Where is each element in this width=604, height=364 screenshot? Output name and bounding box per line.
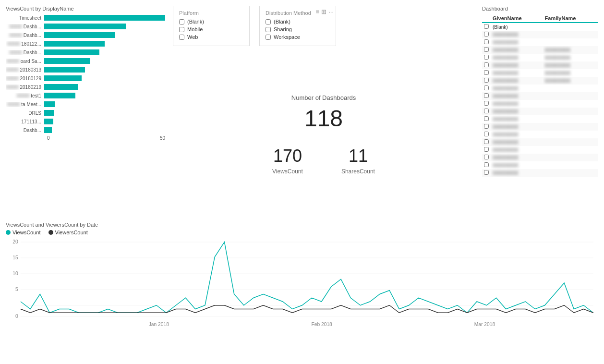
bar-outer bbox=[44, 75, 165, 81]
bar-row[interactable]: XXXX 20180219 bbox=[6, 84, 165, 90]
table-row[interactable]: XXXXXXXXXXXXXXXX bbox=[482, 77, 598, 85]
bar-row[interactable]: XXXX Dashb... bbox=[6, 49, 165, 56]
table-row-checkbox[interactable] bbox=[484, 155, 489, 159]
table-row[interactable]: (Blank) bbox=[482, 23, 598, 31]
table-row-checkbox[interactable] bbox=[484, 109, 489, 113]
table-cell-family bbox=[543, 169, 598, 177]
bar-row[interactable]: 171113... bbox=[6, 118, 165, 125]
table-cell-given: XXXXXXXX bbox=[491, 54, 543, 61]
table-row-checkbox[interactable] bbox=[484, 139, 489, 144]
table-cell-family: XXXXXXXX bbox=[543, 69, 598, 77]
bar-outer bbox=[44, 67, 165, 73]
table-row-checkbox[interactable] bbox=[484, 116, 489, 121]
platform-option-mobile[interactable]: Mobile bbox=[179, 26, 243, 32]
bar-row[interactable]: XXXX 20180313 bbox=[6, 66, 165, 73]
table-cell-given: XXXXXXXX bbox=[491, 161, 543, 169]
table-row-checkbox[interactable] bbox=[484, 47, 489, 52]
table-row[interactable]: XXXXXXXX bbox=[482, 100, 598, 108]
table-row-checkbox[interactable] bbox=[484, 147, 489, 152]
table-cell-given: XXXXXXXX bbox=[491, 100, 543, 108]
bar-fill bbox=[44, 24, 126, 29]
legend-viewers-count: ViewersCount bbox=[48, 230, 88, 235]
table-row[interactable]: XXXXXXXX bbox=[482, 92, 598, 100]
platform-checkbox-mobile[interactable] bbox=[179, 27, 184, 32]
bar-outer bbox=[44, 93, 165, 98]
table-row[interactable]: XXXXXXXXXXXXXXXX bbox=[482, 69, 598, 77]
table-row[interactable]: XXXXXXXX bbox=[482, 131, 598, 138]
table-row-checkbox[interactable] bbox=[484, 70, 489, 75]
table-row-checkbox[interactable] bbox=[484, 85, 489, 90]
bar-row[interactable]: XXXX Dashb... bbox=[6, 32, 165, 38]
table-cell-family bbox=[543, 161, 598, 169]
platform-checkbox-web[interactable] bbox=[179, 35, 184, 40]
table-row[interactable]: XXXXXXXX bbox=[482, 115, 598, 123]
distribution-checkbox-sharing[interactable] bbox=[266, 27, 271, 32]
distribution-option-blank[interactable]: (Blank) bbox=[266, 19, 330, 24]
table-row[interactable]: XXXXXXXX bbox=[482, 138, 598, 146]
bar-row[interactable]: XXXX 180122... bbox=[6, 40, 165, 47]
table-row[interactable]: XXXXXXXX bbox=[482, 161, 598, 169]
table-row-checkbox[interactable] bbox=[484, 24, 489, 29]
table-cell-given: XXXXXXXX bbox=[491, 61, 543, 69]
table-row-checkbox[interactable] bbox=[484, 55, 489, 60]
table-row-checkbox[interactable] bbox=[484, 93, 489, 98]
table-row-checkbox[interactable] bbox=[484, 32, 489, 36]
bar-row[interactable]: XXXX ta Meet... bbox=[6, 101, 165, 108]
bar-fill bbox=[44, 84, 78, 90]
table-cell-family bbox=[543, 38, 598, 46]
menu-icon[interactable]: ≡ bbox=[316, 8, 320, 15]
bar-row[interactable]: XXXX Dashb... bbox=[6, 23, 165, 30]
distribution-option-sharing[interactable]: Sharing bbox=[266, 26, 330, 32]
bar-row[interactable]: XXXX test1 bbox=[6, 92, 165, 99]
table-row[interactable]: XXXXXXXX bbox=[482, 108, 598, 115]
table-row[interactable]: XXXXXXXX bbox=[482, 169, 598, 177]
table-cell-family bbox=[543, 23, 598, 31]
table-row-checkbox[interactable] bbox=[484, 62, 489, 67]
bar-row[interactable]: Dashb... bbox=[6, 127, 165, 133]
table-row-checkbox[interactable] bbox=[484, 124, 489, 129]
bar-row[interactable]: XXXX 20180129 bbox=[6, 75, 165, 82]
bar-outer bbox=[44, 49, 165, 55]
table-row-checkbox[interactable] bbox=[484, 132, 489, 136]
col-family-name[interactable]: FamilyName bbox=[543, 14, 598, 23]
table-cell-family bbox=[543, 31, 598, 38]
bar-row[interactable]: XXXX oard Sa... bbox=[6, 58, 165, 64]
col-given-name[interactable]: GivenName bbox=[491, 14, 543, 23]
bar-row[interactable]: Timesheet bbox=[6, 14, 165, 21]
table-row[interactable]: XXXXXXXXXXXXXXXX bbox=[482, 46, 598, 54]
table-row[interactable]: XXXXXXXXXXXXXXXX bbox=[482, 61, 598, 69]
platform-filter-title: Platform bbox=[179, 10, 243, 16]
table-row[interactable]: XXXXXXXXXXXXXXXX bbox=[482, 54, 598, 61]
line-chart-container: 20 15 10 5 0 Jan 2018 Feb 2018 Mar 2018 bbox=[6, 237, 598, 333]
table-row-checkbox[interactable] bbox=[484, 78, 489, 83]
table-row[interactable]: XXXXXXXX bbox=[482, 146, 598, 154]
distribution-label-sharing: Sharing bbox=[274, 26, 292, 32]
platform-checkbox-blank[interactable] bbox=[179, 19, 184, 24]
table-row[interactable]: XXXXXXXX bbox=[482, 31, 598, 38]
svg-text:Mar 2018: Mar 2018 bbox=[474, 322, 495, 327]
expand-icon[interactable]: ⊞ bbox=[321, 8, 326, 15]
table-row[interactable]: XXXXXXXX bbox=[482, 123, 598, 131]
distribution-checkbox-blank[interactable] bbox=[266, 19, 271, 24]
platform-option-blank[interactable]: (Blank) bbox=[179, 19, 243, 24]
distribution-option-workspace[interactable]: Workspace bbox=[266, 34, 330, 40]
platform-option-web[interactable]: Web bbox=[179, 34, 243, 40]
table-row-checkbox[interactable] bbox=[484, 170, 489, 175]
line-chart-legend: ViewsCount ViewersCount bbox=[6, 230, 598, 235]
table-cell-family: XXXXXXXX bbox=[543, 46, 598, 54]
table-row-checkbox[interactable] bbox=[484, 39, 489, 44]
table-row-checkbox[interactable] bbox=[484, 101, 489, 106]
bar-row[interactable]: DRLS bbox=[6, 109, 165, 116]
bar-fill bbox=[44, 110, 54, 116]
table-row[interactable]: XXXXXXXX bbox=[482, 38, 598, 46]
table-cell-given: XXXXXXXX bbox=[491, 115, 543, 123]
table-row[interactable]: XXXXXXXX bbox=[482, 154, 598, 161]
table-cell-given: XXXXXXXX bbox=[491, 46, 543, 54]
bar-outer bbox=[44, 58, 165, 64]
more-icon[interactable]: ··· bbox=[328, 8, 334, 15]
x-axis-min: 0 bbox=[47, 135, 50, 141]
table-check-header bbox=[482, 14, 491, 23]
table-row[interactable]: XXXXXXXX bbox=[482, 85, 598, 92]
distribution-checkbox-workspace[interactable] bbox=[266, 35, 271, 40]
table-row-checkbox[interactable] bbox=[484, 162, 489, 167]
